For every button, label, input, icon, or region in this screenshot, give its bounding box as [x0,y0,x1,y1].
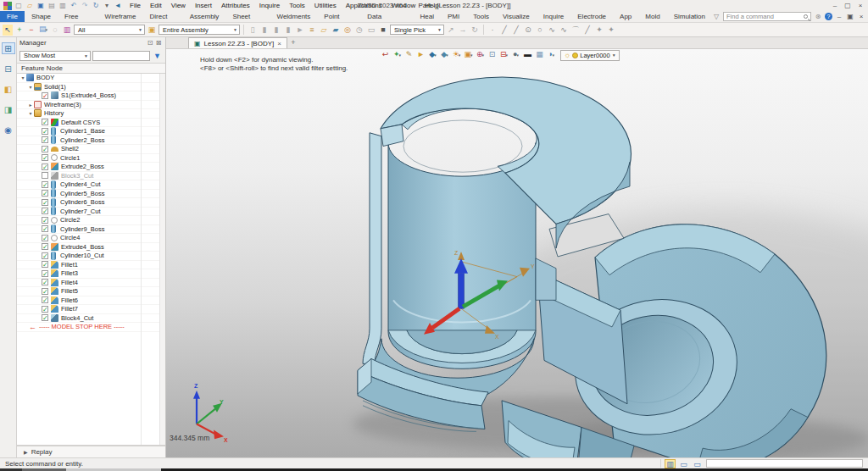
pan-hand-icon[interactable]: ✦ [594,25,604,36]
tree-row[interactable]: ✓Fillet4 [17,279,165,288]
status-input-field[interactable] [706,459,863,468]
visibility-checkbox[interactable] [42,172,48,179]
quick-access-caret-icon[interactable]: ▾ [103,2,111,10]
tab-visualize[interactable]: Visualize [496,11,537,22]
tree-row[interactable]: ✓Default CSYS [17,119,165,128]
tree-row[interactable]: ✓Cylinder6_Boss [17,198,165,208]
tree-row[interactable]: ✓Circle4 [17,234,165,243]
lasso-pick-icon[interactable]: ◌ [50,25,60,36]
select-filter-icon[interactable]: ↖ [3,25,13,36]
tree-row[interactable]: ✓Shell2 [17,145,165,154]
model-3d-view[interactable]: Z Y X Z [166,49,868,457]
tree-row[interactable]: ←----- MODEL STOP HERE ----- [17,323,165,332]
tree-row[interactable]: ✓Fillet5 [17,287,165,296]
open-file-icon[interactable]: ▱ [25,2,34,10]
model-stop-marker[interactable]: ←----- MODEL STOP HERE ----- [17,323,125,331]
menu-insert[interactable]: Insert [191,0,216,11]
tree-row[interactable]: ✓Cylinder10_Cut [17,252,165,261]
spline-tool-icon[interactable]: ∿ [547,25,557,36]
role-manager-icon[interactable]: ◉ [2,124,15,136]
tab-point-cloud[interactable]: Point Cloud [317,11,360,22]
shadow-toggle-icon[interactable]: ●▾ [510,49,521,61]
feature-search-input[interactable] [92,51,150,61]
tree-row[interactable]: ▾History [17,109,165,119]
pick-region-icon[interactable]: ▤▾ [38,24,48,36]
tree-row[interactable]: ✓Circle2 [17,216,165,225]
layout-cells-icon[interactable]: ▥ [665,459,676,468]
tab-file[interactable]: File [0,11,25,22]
tab-data-exchange[interactable]: Data Exchange [360,11,413,22]
line-tool-icon[interactable]: ╱ [499,25,509,36]
feature-node-column-header[interactable]: Feature Node [17,63,165,74]
align-y-icon[interactable]: ▮ [271,25,281,36]
viewport-split-icon[interactable]: ▦ [534,49,545,61]
visibility-checkbox[interactable]: ✓ [42,92,48,99]
tree-row[interactable]: ✓Cylinder2_Boss [17,136,165,146]
tab-direct-edit[interactable]: Direct Edit [142,11,182,22]
doc-close-icon[interactable]: × [857,11,865,22]
render-mode-icon[interactable]: ◆▾ [439,49,450,61]
tab-app[interactable]: App [613,11,638,22]
visibility-checkbox[interactable]: ✓ [42,306,48,313]
visibility-checkbox[interactable]: ✓ [42,128,48,135]
visual-manager-icon[interactable]: ◨ [2,103,15,115]
view-manager-icon[interactable]: ◧ [2,83,15,95]
tree-row[interactable]: ▾BODY [17,74,165,83]
visibility-checkbox[interactable]: ✓ [42,314,48,321]
undo-icon[interactable]: ↶ [70,2,78,10]
edit-sketch-icon[interactable]: ✎ [403,49,415,61]
doc-restore-icon[interactable]: ▣ [846,11,854,22]
layer-visibility-icon[interactable]: ☼ [564,51,570,59]
tab-heal[interactable]: Heal [414,11,441,22]
tab-pmi[interactable]: PMI [441,11,466,22]
pick-mode-combo[interactable]: Single Pick▼ [390,25,444,35]
expander-icon[interactable]: ▸ [27,102,34,108]
point-tool-icon[interactable]: · [487,25,498,36]
menu-inquire[interactable]: Inquire [255,0,284,11]
visibility-checkbox[interactable]: ✓ [42,225,48,232]
tab-sheet-metal[interactable]: Sheet Metal [225,11,270,22]
tree-row[interactable]: ✓Cylinder5_Boss [17,190,165,199]
section-view-icon[interactable]: ⊟▾ [498,49,509,61]
redo-icon[interactable]: ↷ [81,2,89,10]
save-icon[interactable]: ▣ [36,2,45,10]
find-command-box[interactable]: Find a command [723,12,811,21]
visibility-checkbox[interactable]: ✓ [42,199,48,206]
visibility-checkbox[interactable]: ✓ [42,190,48,197]
tree-row[interactable]: ▸Wireframe(3) [17,101,165,110]
entity-filter-combo[interactable]: All▼ [74,25,145,35]
tab-weldments[interactable]: Weldments [270,11,317,22]
folder-render-icon[interactable]: ▰ [331,25,341,36]
expander-icon[interactable]: ▾ [27,110,34,116]
layer-color-icon[interactable] [572,53,578,58]
settings-gear-icon[interactable]: ⊛ [814,11,822,22]
document-tab[interactable]: ▣ Lesson 22.Z3 - [BODY] × [188,37,287,48]
restore-button[interactable]: ▢ [842,1,854,11]
history-clock-icon[interactable]: ◷ [354,25,364,36]
arc-tool-icon[interactable]: ⌒ [570,25,581,36]
tree-row[interactable]: ✓Cylinder4_Cut [17,180,165,190]
add-pick-icon[interactable]: + [14,25,25,36]
copy-ref-icon[interactable]: ▯ [248,25,258,36]
pick-list-icon[interactable]: ≡ [307,25,317,36]
menu-view[interactable]: View [167,0,190,11]
color-filter-icon[interactable]: ▥ [62,25,72,36]
menu-edit[interactable]: Edit [146,0,166,11]
scope-combo[interactable]: Entire Assembly▼ [159,25,240,35]
tab-mold[interactable]: Mold [638,11,666,22]
tab-tools[interactable]: Tools [466,11,496,22]
expander-icon[interactable]: ▾ [19,75,26,80]
zoom-fit-icon[interactable]: ⊡ [487,49,498,61]
chevron-down-icon[interactable]: ▼ [612,53,616,58]
new-tab-button[interactable]: + [287,37,299,48]
fly-through-icon[interactable]: ↗ [446,25,456,36]
record-icon[interactable]: ▭ [366,25,376,36]
tree-row[interactable]: ✓Cylinder9_Boss [17,225,165,235]
background-icon[interactable]: ▣▾ [463,49,474,61]
visibility-checkbox[interactable]: ✓ [42,261,48,268]
replay-section[interactable]: ▶ Replay [17,446,165,457]
line-width-icon[interactable]: ▬ [522,49,533,61]
circle-tool-icon[interactable]: ○ [535,25,545,36]
tree-row[interactable]: ✓Fillet7 [17,305,165,314]
tree-row[interactable]: ✓S1(Extrude4_Boss) [17,91,165,101]
